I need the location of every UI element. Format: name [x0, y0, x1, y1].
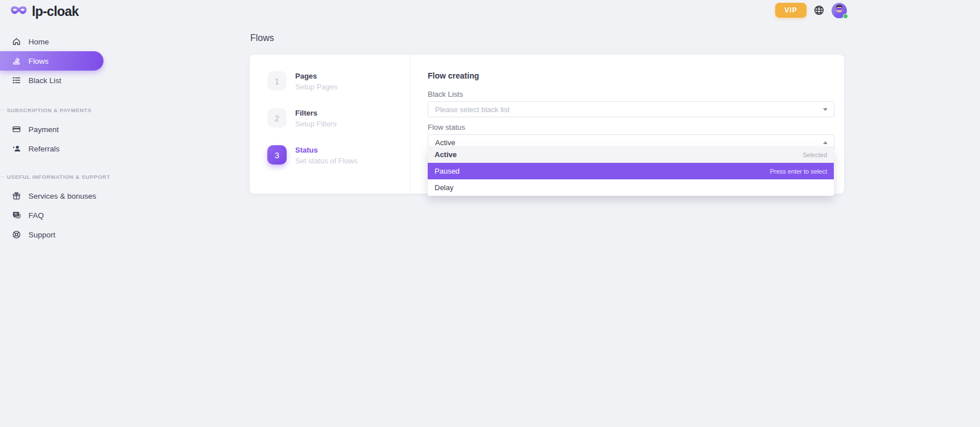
flow-creating-form: Flow creating Black Lists Please select …: [411, 55, 844, 194]
wizard-step-pages[interactable]: 1 Pages Setup Pages: [267, 71, 337, 91]
sidebar-item-referrals[interactable]: Referrals: [0, 139, 104, 158]
wizard-step-status[interactable]: 3 Status Set status of Flows: [267, 145, 358, 165]
sidebar-item-services-bonuses[interactable]: Services & bonuses: [0, 186, 104, 206]
flow-wizard-card: 1 Pages Setup Pages 2 Filters Setup Filt…: [250, 55, 844, 194]
option-hint-badge: Press enter to select: [770, 168, 827, 175]
sidebar-section-support: USEFUL INFORMATION & SUPPORT: [0, 173, 104, 180]
sidebar-item-label: FAQ: [28, 211, 44, 220]
user-avatar[interactable]: [832, 3, 847, 18]
step-number-badge: 1: [267, 71, 287, 91]
dropdown-option-active[interactable]: Active Selected: [428, 146, 834, 163]
option-label: Paused: [435, 167, 460, 175]
sidebar: Home Flows Black List SUBSCRIPTION & PAY…: [0, 32, 104, 244]
dropdown-option-delay[interactable]: Delay: [428, 179, 834, 196]
globe-icon[interactable]: [813, 5, 825, 16]
step-subtitle: Setup Pages: [295, 83, 337, 91]
step-texts: Status Set status of Flows: [295, 145, 358, 165]
black-lists-placeholder: Please select black list: [435, 105, 510, 114]
support-icon: [11, 230, 21, 240]
svg-text:?!: ?!: [14, 212, 17, 216]
gift-icon: [11, 191, 21, 201]
sidebar-item-label: Home: [28, 38, 49, 46]
sidebar-section-subscription: SUBSCRIPTION & PAYMENTS: [0, 106, 104, 114]
flow-status-value: Active: [435, 138, 455, 147]
sidebar-item-label: Referrals: [28, 145, 60, 153]
wizard-steps-panel: 1 Pages Setup Pages 2 Filters Setup Filt…: [250, 55, 411, 194]
payment-icon: [11, 125, 21, 134]
flow-status-label: Flow status: [428, 123, 834, 132]
step-subtitle: Setup Filters: [295, 120, 337, 128]
step-number-badge: 2: [267, 108, 287, 128]
faq-icon: ?!: [11, 211, 21, 220]
step-texts: Filters Setup Filters: [295, 108, 337, 128]
chevron-down-icon: [823, 108, 828, 111]
sidebar-item-label: Support: [28, 231, 55, 239]
sidebar-item-label: Black List: [28, 76, 61, 85]
topbar-right: VIP: [775, 2, 847, 19]
sidebar-item-label: Payment: [28, 125, 59, 134]
dropdown-option-paused[interactable]: Paused Press enter to select: [428, 163, 834, 179]
sidebar-item-payment[interactable]: Payment: [0, 120, 104, 139]
mask-logo-icon: [10, 5, 27, 19]
page-title: Flows: [250, 33, 274, 43]
sidebar-item-home[interactable]: Home: [0, 32, 104, 51]
section-label: SUBSCRIPTION & PAYMENTS: [7, 107, 92, 113]
step-texts: Pages Setup Pages: [295, 71, 337, 91]
home-icon: [11, 37, 21, 47]
app-logo[interactable]: lp-cloak: [10, 4, 78, 19]
step-number-badge: 3: [267, 145, 287, 165]
online-status-dot: [843, 14, 848, 19]
step-title: Status: [295, 146, 358, 154]
chevron-up-icon: [823, 141, 828, 144]
sidebar-item-label: Services & bonuses: [28, 192, 96, 200]
sidebar-item-faq[interactable]: ?! FAQ: [0, 206, 104, 225]
form-title: Flow creating: [428, 71, 834, 80]
section-label: USEFUL INFORMATION & SUPPORT: [7, 174, 110, 180]
wizard-step-filters[interactable]: 2 Filters Setup Filters: [267, 108, 337, 128]
black-lists-label: Black Lists: [428, 90, 834, 98]
black-list-icon: [11, 76, 21, 85]
option-label: Active: [435, 150, 457, 159]
step-subtitle: Set status of Flows: [295, 157, 358, 165]
sidebar-item-black-list[interactable]: Black List: [0, 71, 104, 90]
flow-status-dropdown: Active Selected Paused Press enter to se…: [428, 146, 834, 196]
sidebar-item-support[interactable]: Support: [0, 225, 104, 244]
vip-button[interactable]: VIP: [775, 3, 807, 18]
sidebar-item-label: Flows: [28, 57, 48, 65]
option-selected-badge: Selected: [803, 151, 827, 158]
sidebar-item-flows[interactable]: Flows: [0, 51, 104, 71]
flows-icon: [11, 56, 21, 66]
step-title: Pages: [295, 72, 337, 80]
option-label: Delay: [435, 183, 453, 192]
black-lists-select[interactable]: Please select black list: [428, 101, 834, 117]
app-name: lp-cloak: [32, 4, 78, 19]
step-title: Filters: [295, 109, 337, 117]
referrals-icon: [11, 144, 21, 154]
